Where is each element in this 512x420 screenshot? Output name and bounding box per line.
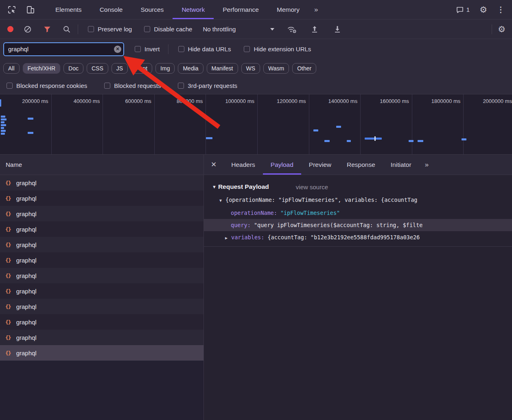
filter-chip-other[interactable]: Other (292, 63, 316, 74)
entry-value: {accountTag: "b12e3b2192ee5588fdad995178… (267, 234, 420, 241)
panel-tabs: Elements Console Sources Network Perform… (46, 0, 309, 19)
more-tabs-icon[interactable]: » (309, 6, 323, 14)
request-row[interactable]: graphql (0, 345, 203, 361)
network-overview-timeline[interactable]: 200000 ms 400000 ms 600000 ms 800000 ms … (0, 94, 512, 155)
disable-cache-checkbox[interactable] (144, 26, 150, 32)
filter-chip-fetch-xhr[interactable]: Fetch/XHR (23, 63, 60, 74)
payload-summary-line[interactable]: ▼{operationName: "ipFlowTimeseries", var… (204, 194, 512, 207)
clear-filter-icon[interactable]: ✕ (114, 46, 121, 53)
filter-chip-all[interactable]: All (3, 63, 20, 74)
tab-network[interactable]: Network (173, 0, 214, 19)
waterfall-bar[interactable] (1, 127, 4, 129)
filter-funnel-icon[interactable] (42, 24, 53, 35)
issues-indicator[interactable]: 1 (456, 6, 470, 14)
payload-entry-operationName[interactable]: operationName"ipFlowTimeseries" (204, 207, 512, 219)
settings-gear-icon[interactable]: ⚙ (479, 5, 487, 14)
third-party-checkbox[interactable] (178, 83, 184, 89)
waterfall-bar[interactable] (409, 140, 414, 142)
payload-entry-query[interactable]: query"query ipFlowTimeseries($accountTag… (204, 219, 512, 231)
network-toolbar: Preserve log Disable cache No throttling (0, 20, 512, 39)
search-icon[interactable] (61, 24, 72, 35)
request-row[interactable]: graphql (0, 175, 203, 190)
filter-chip-font[interactable]: Font (131, 63, 152, 74)
request-row[interactable]: graphql (0, 237, 203, 252)
waterfall-bar[interactable] (206, 137, 212, 139)
export-har-icon[interactable] (332, 24, 343, 35)
waterfall-bar[interactable] (324, 140, 330, 142)
filter-chip-css[interactable]: CSS (87, 63, 108, 74)
detail-tab-preview[interactable]: Preview (301, 155, 339, 175)
third-party-label: 3rd-party requests (188, 82, 237, 89)
request-row[interactable]: graphql (0, 221, 203, 237)
network-settings-gear-icon[interactable]: ⚙ (498, 25, 505, 33)
detail-tab-payload[interactable]: Payload (263, 155, 301, 175)
waterfall-bar[interactable] (347, 140, 351, 142)
waterfall-bar[interactable] (313, 129, 318, 131)
tab-console[interactable]: Console (91, 0, 132, 19)
kebab-menu-icon[interactable]: ⋮ (497, 5, 505, 14)
import-har-icon[interactable] (309, 24, 320, 35)
detail-tab-initiator[interactable]: Initiator (383, 155, 419, 175)
filter-chip-wasm[interactable]: Wasm (263, 63, 289, 74)
clear-network-log-icon[interactable] (22, 24, 33, 35)
disable-cache-label: Disable cache (154, 26, 192, 33)
waterfall-bar[interactable] (1, 118, 7, 120)
waterfall-bar[interactable] (418, 140, 423, 142)
request-row[interactable]: graphql (0, 299, 203, 314)
request-row[interactable]: graphql (0, 314, 203, 330)
waterfall-bar[interactable] (1, 124, 6, 126)
expanded-triangle-icon[interactable]: ▼ (219, 198, 222, 203)
blocked-requests-checkbox[interactable] (104, 83, 110, 89)
blocked-cookies-checkbox[interactable] (7, 83, 13, 89)
waterfall-bar[interactable] (1, 130, 6, 132)
view-source-link[interactable]: view source (296, 184, 328, 190)
name-column-header[interactable]: Name (0, 155, 203, 175)
message-bubble-icon (456, 6, 464, 14)
invert-checkbox[interactable] (135, 46, 141, 52)
more-detail-tabs-icon[interactable]: » (419, 161, 433, 169)
hide-data-urls-checkbox[interactable] (178, 46, 184, 52)
waterfall-bar[interactable] (28, 118, 33, 120)
filter-chip-manifest[interactable]: Manifest (207, 63, 238, 74)
collapse-triangle-icon[interactable]: ▼ (212, 184, 217, 189)
throttling-select[interactable]: No throttling (203, 26, 274, 33)
tab-performance[interactable]: Performance (214, 0, 268, 19)
filter-chip-ws[interactable]: WS (241, 63, 260, 74)
tab-memory[interactable]: Memory (268, 0, 309, 19)
inspect-element-icon[interactable] (7, 4, 17, 15)
collapsed-triangle-icon[interactable]: ▶ (225, 236, 228, 240)
request-row[interactable]: graphql (0, 283, 203, 299)
detail-tab-headers[interactable]: Headers (223, 155, 263, 175)
filter-chip-img[interactable]: Img (155, 63, 175, 74)
waterfall-bar[interactable] (336, 126, 341, 128)
waterfall-bar[interactable] (0, 99, 1, 107)
waterfall-bar[interactable] (28, 132, 33, 134)
filter-chip-media[interactable]: Media (178, 63, 203, 74)
tab-sources[interactable]: Sources (132, 0, 173, 19)
blocked-cookies-group: Blocked response cookies (7, 82, 87, 89)
record-network-log-icon[interactable] (7, 26, 13, 32)
tab-elements[interactable]: Elements (46, 0, 91, 19)
request-type-chips: All Fetch/XHR Doc CSS JS Font Img Media … (0, 59, 512, 77)
waterfall-bar[interactable] (1, 116, 5, 118)
network-toolbar-icons (0, 24, 72, 35)
request-row[interactable]: graphql (0, 190, 203, 206)
filter-input[interactable] (3, 42, 124, 56)
request-row[interactable]: graphql (0, 252, 203, 268)
hide-extension-urls-checkbox[interactable] (244, 46, 250, 52)
waterfall-bar[interactable] (365, 138, 382, 140)
close-detail-icon[interactable]: ✕ (204, 160, 223, 169)
preserve-log-checkbox[interactable] (88, 26, 94, 32)
network-conditions-icon[interactable] (287, 24, 297, 35)
filter-chip-js[interactable]: JS (112, 63, 128, 74)
device-toolbar-icon[interactable] (25, 4, 36, 15)
waterfall-bar[interactable] (462, 138, 466, 140)
request-row[interactable]: graphql (0, 268, 203, 283)
payload-entry-variables[interactable]: ▶variables{accountTag: "b12e3b2192ee5588… (204, 231, 512, 244)
request-row[interactable]: graphql (0, 330, 203, 345)
request-row[interactable]: graphql (0, 206, 203, 221)
detail-tab-response[interactable]: Response (339, 155, 383, 175)
filter-chip-doc[interactable]: Doc (63, 63, 83, 74)
waterfall-bar[interactable] (1, 133, 5, 135)
waterfall-bar[interactable] (1, 121, 4, 123)
